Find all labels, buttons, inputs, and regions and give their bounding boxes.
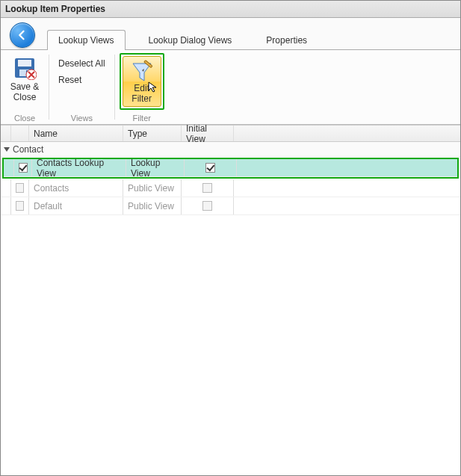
cell-type: Public View xyxy=(123,179,182,197)
ribbon: Lookup Views Lookup Dialog Views Propert… xyxy=(1,18,460,125)
window-title: Lookup Item Properties xyxy=(1,1,460,18)
tab-lookup-dialog-views[interactable]: Lookup Dialog Views xyxy=(137,30,244,50)
edit-filter-button[interactable]: Edit Filter xyxy=(123,56,161,107)
grid-header: Name Type Initial View xyxy=(1,126,460,142)
reset-button[interactable]: Reset xyxy=(54,72,86,87)
save-and-close-button[interactable]: Save & Close xyxy=(5,53,44,106)
group-row-contact[interactable]: Contact xyxy=(1,142,460,157)
ribbon-tabs: Lookup Views Lookup Dialog Views Propert… xyxy=(47,29,318,49)
col-checkbox[interactable] xyxy=(11,126,29,141)
edit-filter-label-2: Filter xyxy=(132,94,152,105)
cursor-icon xyxy=(147,81,159,93)
deselect-all-button[interactable]: Deselect All xyxy=(54,56,110,71)
ribbon-group-views: Deselect All Reset Views xyxy=(49,50,114,124)
row-checkbox[interactable] xyxy=(11,179,29,197)
cell-initial[interactable] xyxy=(182,179,234,197)
cell-name: Contacts xyxy=(29,179,123,197)
ribbon-group-filter: Edit Filter Filter xyxy=(115,50,169,124)
ribbon-group-views-label: Views xyxy=(71,114,93,123)
col-filler xyxy=(234,126,460,141)
cell-type: Lookup View xyxy=(126,159,185,176)
col-type[interactable]: Type xyxy=(123,126,182,141)
table-row[interactable]: Contacts Public View xyxy=(1,179,460,197)
table-row[interactable]: Contacts Lookup View Lookup View xyxy=(4,159,457,177)
group-label: Contact xyxy=(13,144,43,155)
ribbon-group-filter-label: Filter xyxy=(132,114,150,123)
col-initial-view[interactable]: Initial View xyxy=(182,126,234,141)
collapse-icon xyxy=(4,147,10,152)
cell-initial[interactable] xyxy=(185,159,237,176)
cell-name: Default xyxy=(29,197,123,214)
tab-lookup-views[interactable]: Lookup Views xyxy=(47,30,126,50)
back-button[interactable] xyxy=(10,22,35,48)
cell-type: Public View xyxy=(123,197,182,214)
views-grid: Name Type Initial View Contact Contacts … xyxy=(1,125,460,215)
ribbon-group-close-label: Close xyxy=(14,114,35,123)
row-checkbox[interactable] xyxy=(11,197,29,214)
save-close-label: Save & Close xyxy=(7,82,43,103)
back-arrow-icon xyxy=(16,28,29,42)
cell-initial[interactable] xyxy=(182,197,234,214)
tab-properties[interactable]: Properties xyxy=(255,30,318,50)
row-checkbox[interactable] xyxy=(14,159,32,176)
col-name[interactable]: Name xyxy=(29,126,123,141)
col-expander xyxy=(1,126,11,141)
ribbon-group-close: Save & Close Close xyxy=(1,50,49,124)
highlight-selected-row: Contacts Lookup View Lookup View xyxy=(2,158,459,179)
cell-name: Contacts Lookup View xyxy=(32,159,126,176)
highlight-edit-filter: Edit Filter xyxy=(120,53,164,110)
svg-rect-1 xyxy=(18,60,31,67)
save-close-icon xyxy=(13,56,37,80)
table-row[interactable]: Default Public View xyxy=(1,197,460,215)
lookup-item-properties-window: Lookup Item Properties Lookup Views Look… xyxy=(0,0,461,476)
